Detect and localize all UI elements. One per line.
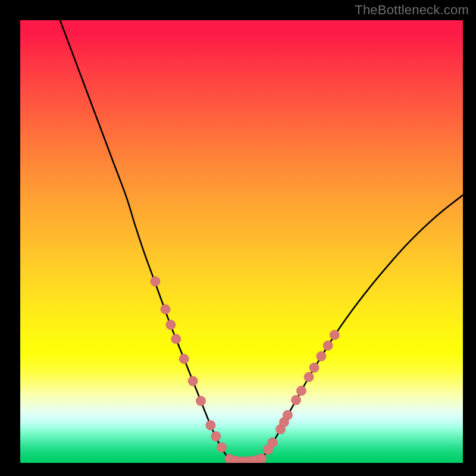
curve-marker [171,334,181,344]
bottleneck-curve-path [60,20,463,462]
curve-marker [188,376,198,386]
curve-marker [166,320,176,330]
plot-area [20,20,463,463]
curve-marker [268,438,277,447]
bottleneck-curve [60,20,463,462]
curve-marker [256,453,266,463]
curve-markers [151,277,340,463]
curve-marker [291,395,300,405]
curve-marker [217,443,226,452]
curve-marker [323,341,333,350]
curve-marker [304,372,314,381]
curve-marker [317,352,326,361]
curve-marker [309,363,319,372]
curve-marker [206,421,215,430]
chart-stage: TheBottleneck.com [0,0,476,476]
watermark-text: TheBottleneck.com [355,2,469,18]
curve-marker [283,410,292,419]
curve-marker [196,396,205,406]
curve-marker [151,277,160,286]
curve-marker [179,354,189,364]
curve-marker [296,386,306,396]
curve-marker [161,305,170,314]
curve-marker [211,431,221,441]
curve-overlay [20,20,463,463]
curve-marker [330,330,339,340]
